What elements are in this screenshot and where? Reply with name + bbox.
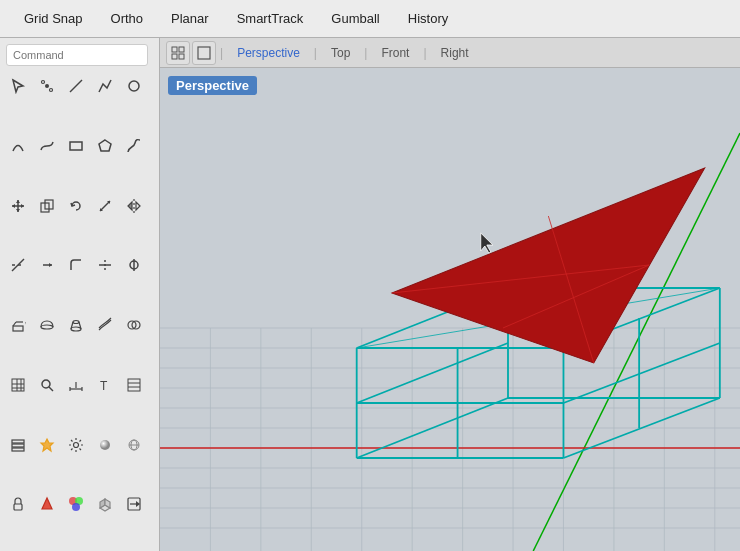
svg-rect-79 [198,47,210,59]
tool-copy[interactable] [33,192,61,220]
tool-loft[interactable] [62,311,90,339]
svg-marker-20 [136,202,140,210]
tool-join[interactable] [120,251,148,279]
tool-render-material[interactable] [91,431,119,459]
tab-front[interactable]: Front [371,44,419,62]
svg-point-1 [42,81,45,84]
svg-point-59 [74,442,79,447]
viewport-single-icon[interactable] [192,41,216,65]
tab-perspective[interactable]: Perspective [227,44,310,62]
tab-divider-1: | [218,46,225,60]
tool-mirror[interactable] [120,192,148,220]
svg-marker-10 [16,209,20,212]
tool-lock[interactable] [4,490,32,518]
svg-line-31 [23,322,26,326]
svg-rect-52 [128,379,140,391]
tab-divider-2: | [312,46,319,60]
svg-marker-19 [128,202,132,210]
tool-split[interactable] [91,251,119,279]
svg-line-30 [13,322,16,326]
tool-extend[interactable] [33,251,61,279]
svg-point-2 [50,89,53,92]
menu-smarttrack[interactable]: SmartTrack [223,5,318,32]
tool-revolve[interactable] [33,311,61,339]
menu-history[interactable]: History [394,5,462,32]
tool-arc[interactable] [4,132,32,160]
tool-mesh[interactable] [4,371,32,399]
tool-freeform[interactable] [120,132,148,160]
toolbar: T [0,38,160,551]
tool-hatch[interactable] [120,371,148,399]
tool-text[interactable]: T [91,371,119,399]
svg-rect-77 [172,54,177,59]
tool-move[interactable] [4,192,32,220]
svg-marker-58 [41,439,53,451]
svg-point-60 [100,440,110,450]
svg-line-46 [49,387,53,391]
tool-scale[interactable] [91,192,119,220]
svg-marker-24 [49,263,52,267]
menu-ortho[interactable]: Ortho [97,5,158,32]
svg-text:T: T [100,379,108,393]
tool-settings[interactable] [62,431,90,459]
tool-boolean[interactable] [120,311,148,339]
svg-point-45 [42,380,50,388]
tool-fillet[interactable] [62,251,90,279]
svg-rect-64 [14,504,22,510]
tool-circle[interactable] [120,72,148,100]
menu-gumball[interactable]: Gumball [317,5,393,32]
grid-canvas [160,68,740,551]
svg-point-0 [45,84,49,88]
tab-right[interactable]: Right [431,44,479,62]
tool-sweep[interactable] [91,311,119,339]
svg-rect-55 [12,440,24,443]
tool-star[interactable] [33,431,61,459]
svg-point-33 [41,325,53,329]
svg-rect-29 [13,326,23,331]
svg-marker-9 [16,200,20,203]
menu-grid-snap[interactable]: Grid Snap [10,5,97,32]
viewport-3d[interactable]: Perspective [160,68,740,551]
tool-layer[interactable] [4,431,32,459]
viewport-grid-icon[interactable] [166,41,190,65]
tool-analyze[interactable] [33,371,61,399]
tool-dimension[interactable] [62,371,90,399]
tool-cube[interactable] [91,490,119,518]
tool-rotate[interactable] [62,192,90,220]
tool-line[interactable] [62,72,90,100]
viewport-area: | Perspective | Top | Front | Right [160,38,740,551]
tool-extrude[interactable] [4,311,32,339]
tab-divider-4: | [421,46,428,60]
svg-rect-56 [12,444,24,447]
svg-marker-11 [12,204,15,208]
command-input[interactable] [6,44,148,66]
tool-pointer[interactable] [4,72,32,100]
svg-marker-6 [99,140,111,151]
tool-rectangle[interactable] [62,132,90,160]
svg-rect-40 [12,379,24,391]
menu-bar: Grid Snap Ortho Planar SmartTrack Gumbal… [0,0,740,38]
tool-arrow[interactable] [120,490,148,518]
svg-point-4 [129,81,139,91]
tool-grid: T [0,70,159,551]
tool-color[interactable] [62,490,90,518]
tool-polygon[interactable] [91,132,119,160]
menu-planar[interactable]: Planar [157,5,223,32]
svg-rect-57 [12,448,24,451]
tool-cone[interactable] [33,490,61,518]
tool-dot[interactable] [33,72,61,100]
svg-point-35 [73,321,79,324]
tab-top[interactable]: Top [321,44,360,62]
perspective-label: Perspective [168,76,257,95]
svg-rect-78 [179,54,184,59]
tool-polyline[interactable] [91,72,119,100]
tab-divider-3: | [362,46,369,60]
svg-rect-75 [172,47,177,52]
tool-grid2[interactable] [120,431,148,459]
svg-marker-74 [136,501,140,507]
svg-marker-65 [42,498,52,509]
tool-trim[interactable] [4,251,32,279]
svg-marker-12 [21,204,24,208]
tool-curve[interactable] [33,132,61,160]
viewport-tabs: | Perspective | Top | Front | Right [160,38,740,68]
